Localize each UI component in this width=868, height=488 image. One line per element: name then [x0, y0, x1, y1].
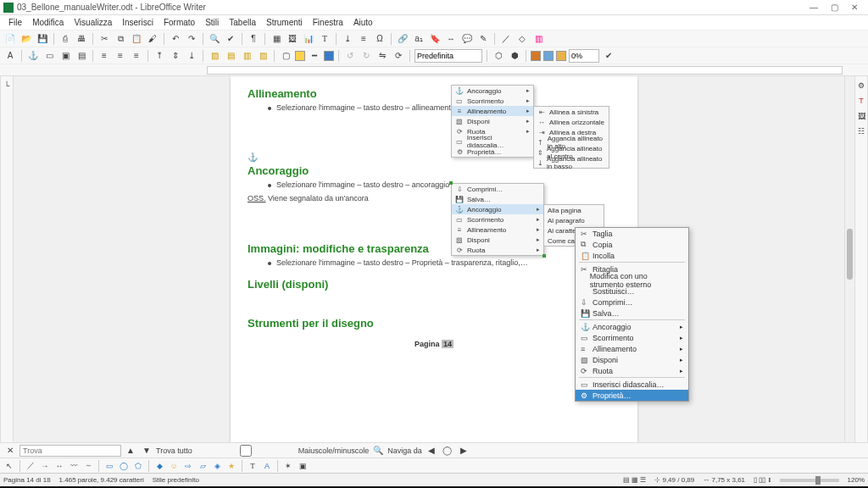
- status-style[interactable]: Stile predefinito: [153, 476, 199, 484]
- status-layout-icons[interactable]: ▯ ▯▯ ⫿: [754, 476, 771, 484]
- find-prev-button[interactable]: ▲: [124, 444, 137, 458]
- arrow-tool[interactable]: →: [39, 460, 51, 472]
- nav-next-button[interactable]: ▶: [457, 444, 470, 458]
- match-case-checkbox[interactable]: Maiuscole/minuscole: [195, 445, 370, 457]
- bring-front-button[interactable]: ▧: [208, 49, 221, 63]
- menu-finestra[interactable]: Finestra: [308, 16, 348, 29]
- rotate-left-button[interactable]: ↺: [343, 49, 357, 63]
- basic-shapes-button[interactable]: ◇: [515, 32, 529, 46]
- paste-button[interactable]: 📋: [130, 32, 143, 46]
- status-zoom[interactable]: 120%: [848, 476, 865, 484]
- copy-button[interactable]: ⧉: [114, 32, 127, 46]
- color2-swatch[interactable]: [543, 51, 554, 61]
- field-button[interactable]: ≡: [357, 32, 370, 46]
- crossref-button[interactable]: ↔: [444, 32, 458, 46]
- stars-tool[interactable]: ★: [225, 460, 237, 472]
- rotate-button[interactable]: ⟳: [392, 49, 405, 63]
- menu-strumenti[interactable]: Strumenti: [261, 16, 308, 29]
- curve-tool[interactable]: 〰: [68, 460, 80, 472]
- menu-visualizza[interactable]: Visualizza: [69, 16, 117, 29]
- border-style-button[interactable]: ━: [308, 49, 321, 63]
- find-button[interactable]: 🔍: [208, 32, 221, 46]
- trackchanges-button[interactable]: ✎: [476, 32, 490, 46]
- menu-file[interactable]: File: [3, 16, 27, 29]
- border-color-swatch[interactable]: [295, 51, 305, 61]
- sidebar-properties-icon[interactable]: ⚙: [855, 80, 867, 92]
- spellcheck-button[interactable]: ✔: [224, 32, 237, 46]
- symbol-shapes-tool[interactable]: ☺: [168, 460, 180, 472]
- menu-stili[interactable]: Stili: [200, 16, 224, 29]
- unlink-frames-button[interactable]: ⬢: [508, 49, 521, 63]
- ellipse-tool[interactable]: ◯: [118, 460, 130, 472]
- print-button[interactable]: 🖶: [75, 32, 88, 46]
- line-button[interactable]: ／: [499, 32, 513, 46]
- horizontal-ruler[interactable]: [0, 64, 868, 76]
- wrap-off-button[interactable]: ▭: [42, 49, 56, 63]
- sidebar-navigator-icon[interactable]: ☷: [855, 125, 867, 137]
- line-ends-tool[interactable]: ↔: [53, 460, 65, 472]
- find-close-button[interactable]: ✕: [3, 444, 17, 458]
- points-tool[interactable]: ✶: [282, 460, 294, 472]
- ctx-taglia[interactable]: ✂Taglia: [576, 228, 688, 239]
- polygon-tool[interactable]: ⬠: [132, 460, 144, 472]
- hyperlink-button[interactable]: 🔗: [396, 32, 409, 46]
- rect-tool[interactable]: ▭: [103, 460, 115, 472]
- table-button[interactable]: ▦: [270, 32, 283, 46]
- middle-button[interactable]: ⇕: [169, 49, 182, 63]
- context-menu[interactable]: ✂Taglia ⧉Copia 📋Incolla ✂Ritaglia Modifi…: [575, 227, 689, 402]
- status-view-icons[interactable]: ▤ ▦ ☰: [623, 476, 646, 484]
- send-back-button[interactable]: ▨: [256, 49, 270, 63]
- find-input[interactable]: [19, 445, 121, 457]
- comment-button[interactable]: 💬: [460, 32, 474, 46]
- minimize-button[interactable]: —: [804, 3, 824, 12]
- callouts-tool[interactable]: ◈: [211, 460, 223, 472]
- nonprinting-button[interactable]: ¶: [247, 32, 260, 46]
- apply-button[interactable]: ✔: [602, 49, 615, 63]
- menu-modifica[interactable]: Modifica: [27, 16, 69, 29]
- backward-button[interactable]: ▥: [240, 49, 253, 63]
- bookmark-button[interactable]: 🔖: [428, 32, 442, 46]
- align-center-button[interactable]: ≡: [114, 49, 127, 63]
- area-color-swatch[interactable]: [324, 51, 334, 61]
- ctx-disponi[interactable]: ▧Disponi▸: [576, 354, 688, 365]
- find-options-button[interactable]: 🔍: [371, 444, 385, 458]
- draw-functions-button[interactable]: ▥: [531, 32, 545, 46]
- pagebreak-button[interactable]: ⤓: [341, 32, 354, 46]
- ctx-ruota[interactable]: ⟳Ruota▸: [576, 365, 688, 376]
- sidebar-gallery-icon[interactable]: 🖼: [855, 110, 867, 122]
- bottom-button[interactable]: ⤓: [185, 49, 198, 63]
- block-arrows-tool[interactable]: ⇨: [182, 460, 194, 472]
- anchor-button[interactable]: ⚓: [26, 49, 40, 63]
- color3-swatch[interactable]: [556, 51, 566, 61]
- paragraph-style-select[interactable]: [415, 49, 482, 63]
- clone-format-button[interactable]: 🖌: [146, 32, 159, 46]
- fontwork-tool[interactable]: A: [261, 460, 273, 472]
- styles-button[interactable]: A: [3, 49, 17, 63]
- color1-swatch[interactable]: [531, 51, 541, 61]
- document-area[interactable]: Allineamento Selezionare l'immagine – ta…: [14, 76, 854, 442]
- find-next-button[interactable]: ▼: [140, 444, 153, 458]
- menu-aiuto[interactable]: Aiuto: [348, 16, 378, 29]
- ctx-ancoraggio[interactable]: ⚓Ancoraggio▸: [576, 321, 688, 332]
- ctx-allineamento[interactable]: ≡Allineamento▸: [576, 343, 688, 354]
- cut-button[interactable]: ✂: [97, 32, 111, 46]
- nav-prev-button[interactable]: ◀: [425, 444, 438, 458]
- specialchar-button[interactable]: Ω: [373, 32, 387, 46]
- maximize-button[interactable]: ▢: [824, 3, 844, 12]
- wrap-through-button[interactable]: ▤: [75, 49, 88, 63]
- ctx-comprimi[interactable]: ⇩Comprimi…: [576, 297, 688, 308]
- borders-button[interactable]: ▢: [279, 49, 292, 63]
- freeform-tool[interactable]: ～: [82, 460, 94, 472]
- ctx-copia[interactable]: ⧉Copia: [576, 239, 688, 250]
- top-button[interactable]: ⤒: [153, 49, 166, 63]
- nav-target-button[interactable]: ◯: [441, 444, 454, 458]
- image-button[interactable]: 🖼: [286, 32, 299, 46]
- menu-tabella[interactable]: Tabella: [224, 16, 261, 29]
- ctx-modifica-esterno[interactable]: Modifica con uno strumento esterno: [576, 274, 688, 286]
- ctx-didascalia[interactable]: ▭Inserisci didascalia…: [576, 379, 688, 390]
- chart-button[interactable]: 📊: [302, 32, 315, 46]
- rotate-right-button[interactable]: ↻: [359, 49, 373, 63]
- zoom-field[interactable]: [569, 49, 599, 63]
- footnote-button[interactable]: a₁: [412, 32, 426, 46]
- text-tool[interactable]: T: [247, 460, 259, 472]
